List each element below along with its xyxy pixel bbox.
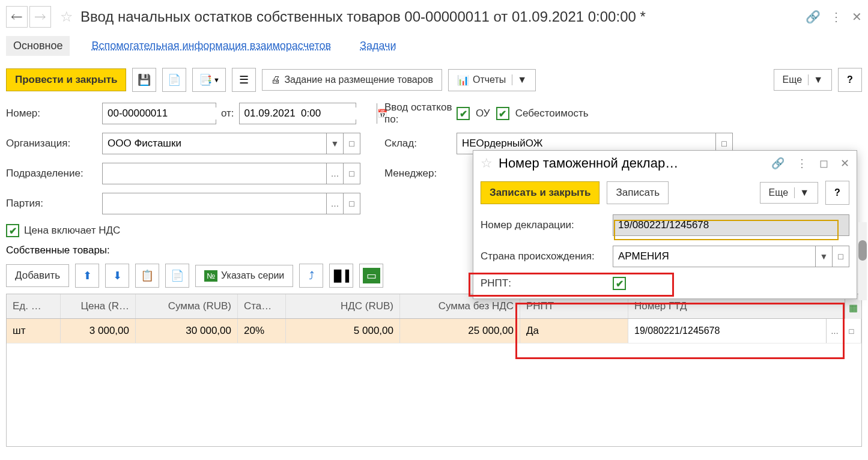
close-icon[interactable]: ✕ xyxy=(840,157,849,170)
menu-icon[interactable]: ⋮ xyxy=(830,10,842,24)
move-up-icon[interactable]: ⬆ xyxy=(75,264,99,288)
cell-vat[interactable]: 5 000,00 xyxy=(286,319,400,343)
tab-main[interactable]: Основное xyxy=(6,36,70,56)
ellipsis-icon[interactable]: … xyxy=(326,163,343,184)
chart-icon: 📊 xyxy=(457,74,469,86)
balance-label: Ввод остатков по: xyxy=(384,101,457,126)
manager-label: Менеджер: xyxy=(384,168,457,180)
barcode-icon[interactable]: ▐▌▌ xyxy=(329,264,353,288)
cell-price[interactable]: 3 000,00 xyxy=(61,319,136,343)
number-field[interactable] xyxy=(103,107,240,120)
cell-sum[interactable]: 30 000,00 xyxy=(136,319,238,343)
chevron-down-icon: ▼ xyxy=(512,74,527,85)
close-icon[interactable]: ✕ xyxy=(852,10,862,24)
popup-more-button[interactable]: Еще▼ xyxy=(760,182,818,204)
share-icon[interactable]: ⤴ xyxy=(299,264,323,288)
dropdown-icon[interactable]: ▼ xyxy=(326,133,343,154)
create-based-icon[interactable]: 📑▼ xyxy=(192,68,226,92)
party-field[interactable] xyxy=(103,198,326,210)
printer-icon: 🖨 xyxy=(271,74,281,85)
attachment-icon[interactable]: 🔗 xyxy=(771,157,785,170)
tab-aux[interactable]: Вспомогательная информация взаиморасчето… xyxy=(84,36,338,56)
favorite-icon[interactable]: ☆ xyxy=(58,8,76,26)
favorite-icon[interactable]: ☆ xyxy=(481,156,493,171)
popup-icon[interactable]: □ xyxy=(343,193,360,214)
th-vat[interactable]: НДС (RUB) xyxy=(286,294,400,318)
popup-help-button[interactable]: ? xyxy=(825,181,849,205)
tab-tasks[interactable]: Задачи xyxy=(353,36,403,56)
window-icon[interactable]: ◻ xyxy=(819,157,828,170)
post-icon[interactable]: 📄 xyxy=(162,68,186,92)
popup-icon[interactable]: □ xyxy=(843,319,860,343)
number-badge-icon: № xyxy=(204,270,217,282)
th-sum[interactable]: Сумма (RUB) xyxy=(136,294,238,318)
card-icon[interactable]: ▭ xyxy=(359,264,383,288)
cost-label: Себестоимость xyxy=(515,107,589,120)
attachment-icon[interactable]: 🔗 xyxy=(806,10,821,24)
warehouse-label: Склад: xyxy=(384,138,457,150)
country-field[interactable] xyxy=(613,250,815,262)
decl-no-label: Номер декларации: xyxy=(481,219,613,231)
cell-rate[interactable]: 20% xyxy=(238,319,286,343)
org-label: Организация: xyxy=(6,138,102,150)
series-button[interactable]: №Указать серии xyxy=(195,265,293,287)
number-label: Номер: xyxy=(6,107,102,120)
org-field[interactable] xyxy=(103,138,326,150)
paste-icon[interactable]: 📄 xyxy=(165,264,189,288)
cell-novat[interactable]: 25 000,00 xyxy=(400,319,520,343)
back-button[interactable]: 🡐 xyxy=(6,6,28,28)
page-scrollbar[interactable] xyxy=(858,222,867,300)
highlight-rnpt-checkbox xyxy=(469,273,674,297)
th-price[interactable]: Цена (R… xyxy=(61,294,136,318)
popup-write-button[interactable]: Записать xyxy=(607,181,669,204)
warehouse-field[interactable] xyxy=(457,138,715,150)
date-field[interactable] xyxy=(240,107,377,120)
popup-icon[interactable]: □ xyxy=(832,246,849,267)
structure-icon[interactable]: ☰ xyxy=(232,68,256,92)
th-rate[interactable]: Ста… xyxy=(238,294,286,318)
page-title: Ввод начальных остатков собственных това… xyxy=(80,8,806,25)
popup-write-close-button[interactable]: Записать и закрыть xyxy=(481,181,599,204)
toolbar: Провести и закрыть 💾 📄 📑▼ ☰ 🖨Задание на … xyxy=(0,64,868,95)
forward-button[interactable]: 🡒 xyxy=(29,6,51,28)
move-down-icon[interactable]: ⬇ xyxy=(105,264,129,288)
help-button[interactable]: ? xyxy=(838,68,862,92)
highlight-decl-no xyxy=(614,220,839,240)
ou-checkbox[interactable]: ✔ xyxy=(457,107,470,120)
ellipsis-icon[interactable]: … xyxy=(326,193,343,214)
price-inc-vat-label: Цена включает НДС xyxy=(24,225,120,237)
dept-label: Подразделение: xyxy=(6,168,102,180)
chevron-down-icon: ▼ xyxy=(794,187,809,198)
copy-icon[interactable]: 📋 xyxy=(135,264,159,288)
popup-title: Номер таможенной деклар… xyxy=(499,156,759,171)
th-unit[interactable]: Ед. … xyxy=(7,294,61,318)
more-button[interactable]: Еще▼ xyxy=(774,69,832,91)
ou-label: ОУ xyxy=(476,107,490,120)
popup-icon[interactable]: □ xyxy=(343,133,360,154)
from-label: от: xyxy=(221,107,234,120)
save-icon[interactable]: 💾 xyxy=(132,68,156,92)
scrollbar-thumb[interactable] xyxy=(858,240,867,261)
popup-icon[interactable]: □ xyxy=(343,163,360,184)
cell-unit[interactable]: шт xyxy=(7,319,61,343)
add-button[interactable]: Добавить xyxy=(6,264,69,287)
cost-checkbox[interactable]: ✔ xyxy=(496,107,509,120)
placement-task-button[interactable]: 🖨Задание на размещение товаров xyxy=(262,69,442,91)
highlight-table-columns xyxy=(515,303,845,359)
chevron-down-icon: ▼ xyxy=(808,74,823,85)
party-label: Партия: xyxy=(6,198,102,210)
price-inc-vat-checkbox[interactable]: ✔ xyxy=(6,224,19,237)
post-close-button[interactable]: Провести и закрыть xyxy=(6,68,126,91)
menu-icon[interactable]: ⋮ xyxy=(797,157,807,170)
navtabs: Основное Вспомогательная информация взаи… xyxy=(0,34,868,64)
dropdown-icon[interactable]: ▼ xyxy=(815,246,832,267)
dept-field[interactable] xyxy=(103,168,326,180)
country-label: Страна происхождения: xyxy=(481,250,613,262)
reports-button[interactable]: 📊Отчеты▼ xyxy=(448,69,536,91)
